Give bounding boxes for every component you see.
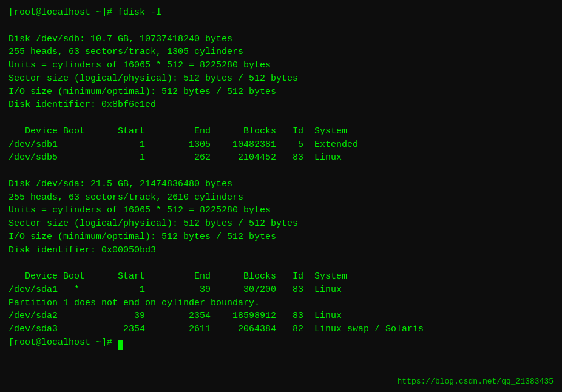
blank3: [8, 164, 554, 178]
sdb-disk: Disk /dev/sdb: 10.7 GB, 10737418240 byte…: [8, 33, 554, 46]
sdb1-row: /dev/sdb1 1 1305 10482381 5 Extended: [8, 138, 554, 152]
sda-header: Device Boot Start End Blocks Id System: [8, 270, 554, 283]
sda-id: Disk identifier: 0x00050bd3: [8, 244, 554, 257]
sdb-heads: 255 heads, 63 sectors/track, 1305 cylind…: [8, 46, 554, 59]
sda1-row: /dev/sda1 * 1 39 307200 83 Linux: [8, 283, 554, 297]
sda3-row: /dev/sda3 2354 2611 2064384 82 Linux swa…: [8, 323, 554, 336]
sdb-header: Device Boot Start End Blocks Id System: [8, 125, 554, 138]
sda-disk: Disk /dev/sda: 21.5 GB, 21474836480 byte…: [8, 178, 554, 191]
sda2-row: /dev/sda2 39 2354 18598912 83 Linux: [8, 309, 554, 323]
sdb5-row: /dev/sdb5 1 262 2104452 83 Linux: [8, 151, 554, 164]
prompt-end: [root@localhost ~]#: [8, 336, 554, 350]
sdb-units: Units = cylinders of 16065 * 512 = 82252…: [8, 59, 554, 72]
sda-heads: 255 heads, 63 sectors/track, 2610 cylind…: [8, 191, 554, 204]
sdb-sector: Sector size (logical/physical): 512 byte…: [8, 72, 554, 86]
blank4: [8, 257, 554, 270]
terminal-window: [root@localhost ~]# fdisk -l Disk /dev/s…: [0, 0, 562, 392]
sda-io: I/O size (minimum/optimal): 512 bytes / …: [8, 231, 554, 244]
cmd-line: [root@localhost ~]# fdisk -l: [8, 6, 554, 19]
footer-url: https://blog.csdn.net/qq_21383435: [398, 377, 554, 386]
terminal-content: [root@localhost ~]# fdisk -l Disk /dev/s…: [8, 6, 554, 350]
sdb-io: I/O size (minimum/optimal): 512 bytes / …: [8, 86, 554, 99]
sda-units: Units = cylinders of 16065 * 512 = 82252…: [8, 204, 554, 217]
terminal-cursor: [118, 340, 123, 350]
sda-sector: Sector size (logical/physical): 512 byte…: [8, 217, 554, 231]
sdb-id: Disk identifier: 0x8bf6e1ed: [8, 98, 554, 112]
blank1: [8, 19, 554, 33]
partition-note: Partition 1 does not end on cylinder bou…: [8, 297, 554, 310]
blank2: [8, 112, 554, 125]
